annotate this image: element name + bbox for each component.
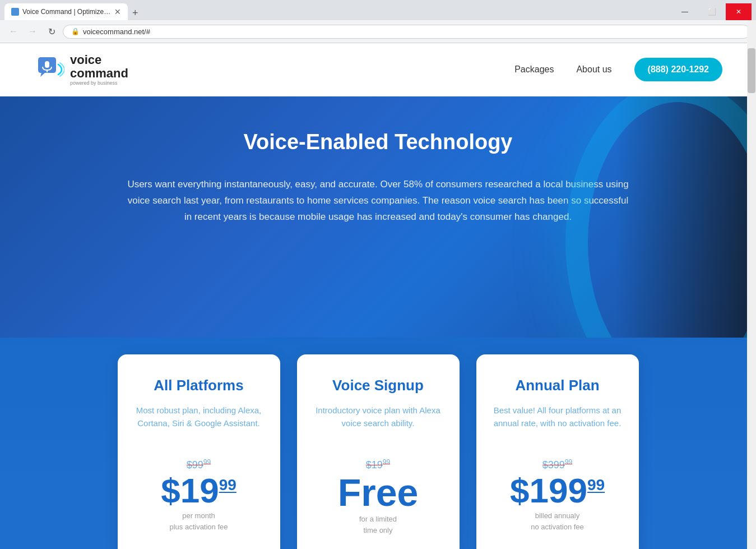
price-note-annual-plan: billed annualy no activation fee	[531, 510, 584, 532]
price-new-all-platforms: $1999	[161, 473, 236, 508]
hero-body: Users want everything instantaneously, e…	[126, 177, 630, 225]
pricing-card-all-platforms: All Platforms Most robust plan, includin…	[118, 354, 280, 549]
site-nav: voicecommand powered by business Package…	[0, 43, 756, 96]
browser-chrome: Voice Command | Optimize Your ✕ + — ⬜ ✕ …	[0, 0, 756, 43]
price-note-all-platforms: per month plus activation fee	[169, 510, 228, 532]
logo-area: voicecommand powered by business	[34, 53, 128, 86]
tab-close-icon[interactable]: ✕	[114, 7, 121, 16]
nav-links: Packages About us (888) 220-1292	[514, 58, 722, 81]
url-text: voicecommand.net/#	[83, 27, 150, 36]
address-bar[interactable]: 🔒 voicecommand.net/#	[63, 25, 750, 39]
tab-favicon	[11, 8, 19, 16]
logo-subtitle: powered by business	[70, 80, 128, 86]
card-title-annual-plan: Annual Plan	[515, 377, 599, 394]
pricing-card-voice-signup: Voice Signup Introductory voice plan wit…	[297, 354, 460, 549]
forward-button[interactable]: →	[25, 24, 40, 39]
price-old-all-platforms: $9999	[187, 458, 211, 471]
minimize-button[interactable]: —	[672, 3, 698, 20]
hero-section: Voice-Enabled Technology Users want ever…	[0, 96, 756, 338]
hero-device-decoration	[616, 96, 756, 338]
price-old-voice-signup: $1999	[366, 458, 390, 471]
pricing-card-annual-plan: Annual Plan Best value! All four platfor…	[476, 354, 639, 549]
card-desc-voice-signup: Introductory voice plan with Alexa voice…	[314, 404, 443, 445]
browser-tabs: Voice Command | Optimize Your ✕ +	[4, 3, 672, 20]
price-free-voice-signup: Free	[338, 473, 419, 511]
nav-link-packages[interactable]: Packages	[514, 64, 554, 75]
pricing-cards: All Platforms Most robust plan, includin…	[34, 354, 722, 549]
lock-icon: 🔒	[71, 27, 80, 35]
price-new-annual-plan: $19999	[510, 473, 605, 508]
price-old-annual-plan: $39999	[542, 458, 572, 471]
close-button[interactable]: ✕	[726, 3, 752, 20]
browser-toolbar: ← → ↻ 🔒 voicecommand.net/#	[0, 20, 756, 43]
back-button[interactable]: ←	[6, 24, 21, 39]
window-controls: — ⬜ ✕	[672, 3, 752, 20]
scrollbar[interactable]	[747, 20, 756, 549]
maximize-button[interactable]: ⬜	[699, 3, 725, 20]
logo-text-area: voicecommand powered by business	[70, 53, 128, 86]
price-note-voice-signup: for a limited time only	[359, 514, 397, 536]
browser-titlebar: Voice Command | Optimize Your ✕ + — ⬜ ✕	[0, 0, 756, 20]
logo-icon	[34, 54, 64, 85]
tab-title: Voice Command | Optimize Your	[22, 8, 111, 16]
scrollbar-thumb[interactable]	[748, 48, 755, 93]
refresh-button[interactable]: ↻	[44, 24, 59, 39]
card-desc-annual-plan: Best value! All four platforms at an ann…	[493, 404, 622, 445]
phone-button[interactable]: (888) 220-1292	[634, 58, 722, 81]
page-wrapper: voicecommand powered by business Package…	[0, 43, 756, 549]
pricing-section: All Platforms Most robust plan, includin…	[0, 338, 756, 549]
hero-title: Voice-Enabled Technology	[45, 130, 711, 154]
svg-rect-0	[45, 61, 49, 68]
card-title-voice-signup: Voice Signup	[332, 377, 424, 394]
card-title-all-platforms: All Platforms	[154, 377, 243, 394]
logo-text: voicecommand	[70, 53, 128, 80]
card-desc-all-platforms: Most robust plan, including Alexa, Corta…	[134, 404, 263, 445]
nav-link-about[interactable]: About us	[576, 64, 611, 75]
active-tab[interactable]: Voice Command | Optimize Your ✕	[4, 3, 128, 20]
new-tab-button[interactable]: +	[128, 6, 143, 20]
